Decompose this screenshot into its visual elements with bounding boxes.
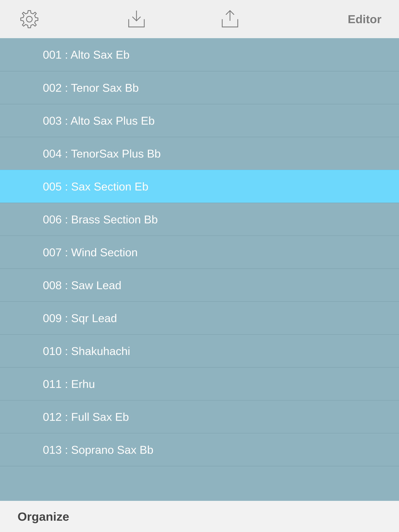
toolbar: Editor xyxy=(0,0,399,38)
list-item[interactable]: 007 : Wind Section xyxy=(0,236,399,269)
list-item[interactable]: 004 : TenorSax Plus Bb xyxy=(0,137,399,170)
list-item[interactable]: 011 : Erhu xyxy=(0,367,399,400)
list-item-label: 004 : TenorSax Plus Bb xyxy=(43,147,161,160)
list-item-label: 011 : Erhu xyxy=(43,377,95,390)
list-item-label: 012 : Full Sax Eb xyxy=(43,410,129,423)
svg-point-0 xyxy=(26,16,32,22)
gear-icon xyxy=(19,9,39,29)
list-item[interactable]: 003 : Alto Sax Plus Eb xyxy=(0,104,399,137)
organize-button[interactable]: Organize xyxy=(18,510,69,523)
settings-button[interactable] xyxy=(18,9,41,29)
preset-list: 001 : Alto Sax Eb 002 : Tenor Sax Bb 003… xyxy=(0,38,399,501)
list-item-label: 008 : Saw Lead xyxy=(43,279,121,292)
list-item[interactable]: 008 : Saw Lead xyxy=(0,269,399,302)
list-item[interactable]: 002 : Tenor Sax Bb xyxy=(0,71,399,104)
list-item[interactable]: 010 : Shakuhachi xyxy=(0,334,399,367)
list-item-label: 009 : Sqr Lead xyxy=(43,311,117,325)
list-item-label: 002 : Tenor Sax Bb xyxy=(43,81,139,94)
list-item[interactable]: 001 : Alto Sax Eb xyxy=(0,38,399,71)
share-icon xyxy=(220,9,240,29)
list-item-label: 007 : Wind Section xyxy=(43,246,138,259)
bottombar: Organize xyxy=(0,501,399,532)
list-item-label: 006 : Brass Section Bb xyxy=(43,213,158,226)
share-button[interactable] xyxy=(218,9,242,29)
list-item-label: 013 : Soprano Sax Bb xyxy=(43,443,154,456)
list-item-label: 010 : Shakuhachi xyxy=(43,344,130,358)
list-item[interactable]: 012 : Full Sax Eb xyxy=(0,400,399,433)
list-item[interactable]: 006 : Brass Section Bb xyxy=(0,203,399,236)
download-button[interactable] xyxy=(125,9,148,29)
list-item[interactable]: 005 : Sax Section Eb xyxy=(0,170,399,203)
editor-button[interactable]: Editor xyxy=(348,13,381,26)
list-item[interactable]: 009 : Sqr Lead xyxy=(0,301,399,335)
list-item[interactable]: 013 : Soprano Sax Bb xyxy=(0,433,399,466)
download-icon xyxy=(126,9,147,29)
list-item-label: 001 : Alto Sax Eb xyxy=(43,48,129,61)
list-item-label: 003 : Alto Sax Plus Eb xyxy=(43,114,155,127)
list-item-label: 005 : Sax Section Eb xyxy=(43,180,148,193)
